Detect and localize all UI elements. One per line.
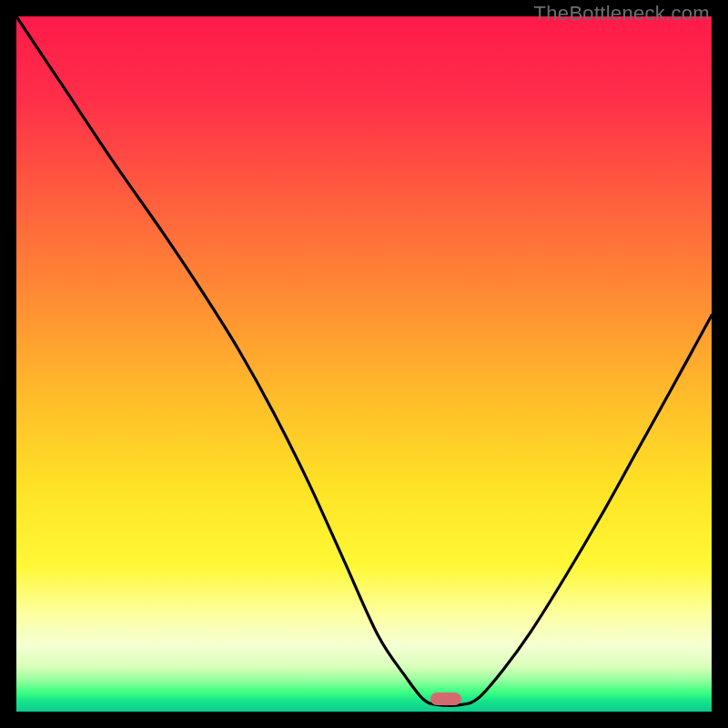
watermark-label: TheBottleneck.com (534, 2, 710, 25)
optimal-marker (430, 693, 461, 705)
plot-area (16, 16, 712, 712)
bottleneck-curve (16, 16, 712, 712)
chart-frame: TheBottleneck.com (0, 0, 728, 728)
